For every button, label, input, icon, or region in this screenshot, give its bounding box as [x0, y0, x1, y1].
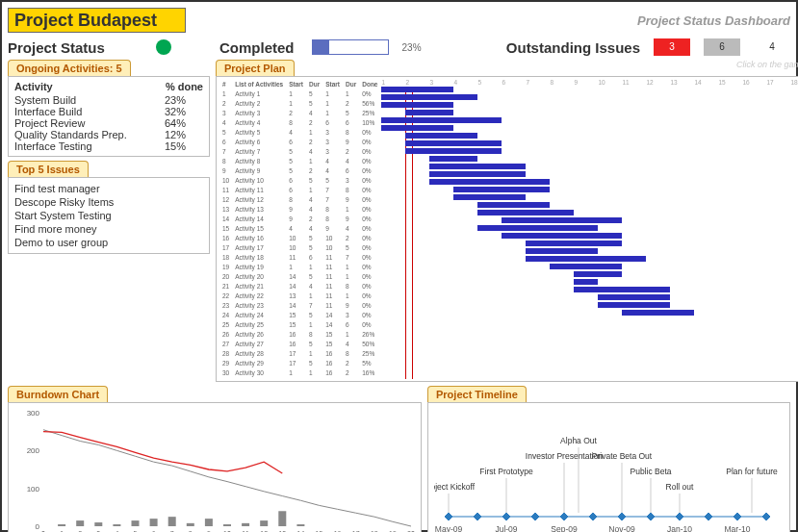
- svg-text:0: 0: [36, 522, 40, 531]
- svg-text:200: 200: [27, 446, 40, 455]
- svg-text:Project Kickoff: Project Kickoff: [434, 482, 476, 492]
- gantt-bar[interactable]: [381, 87, 453, 92]
- gantt-row: [381, 178, 798, 186]
- svg-rect-31: [168, 517, 176, 526]
- gantt-row: [381, 193, 798, 201]
- activity-row: Quality Standards Prep.12%: [14, 129, 203, 140]
- gantt-row: [381, 201, 798, 209]
- activity-name: Interface Testing: [14, 140, 165, 152]
- issues-gray[interactable]: 6: [704, 38, 740, 56]
- gantt-bar[interactable]: [453, 194, 526, 200]
- gantt-row: [381, 240, 798, 247]
- gantt-bar[interactable]: [477, 210, 574, 215]
- dashboard: Project Budapest Project Status Dashboar…: [0, 0, 798, 532]
- completed-label: Completed: [219, 39, 295, 56]
- issue-row: Find test manager: [14, 182, 203, 195]
- svg-rect-34: [223, 524, 231, 526]
- issues-white[interactable]: 4: [754, 38, 790, 56]
- left-column: Ongoing Activities: 5 Activity% done Sys…: [8, 60, 210, 382]
- gantt-bar[interactable]: [381, 117, 502, 123]
- completed-fill: [313, 40, 330, 54]
- activity-row: Interface Testing15%: [14, 140, 203, 152]
- gantt-bar[interactable]: [429, 164, 526, 169]
- ongoing-tab[interactable]: Ongoing Activities: 5: [8, 60, 131, 76]
- gantt-row: [381, 116, 798, 124]
- gantt-row: [381, 186, 798, 193]
- svg-text:Plan for future: Plan for future: [726, 467, 778, 476]
- gantt-bar[interactable]: [526, 248, 598, 254]
- timeline-chart[interactable]: May-09Jul-09Sep-09Nov-09Jan-10Mar-10Proj…: [434, 407, 781, 532]
- gantt-bar[interactable]: [429, 171, 526, 177]
- plan-tab[interactable]: Project Plan: [216, 60, 295, 76]
- svg-rect-37: [278, 511, 286, 526]
- gantt-bar[interactable]: [622, 310, 694, 316]
- gantt-row: [381, 209, 798, 216]
- burndown-chart[interactable]: 0100200300012345678910111213141516171819…: [14, 407, 417, 532]
- gantt-row: [381, 170, 798, 178]
- issues-red[interactable]: 3: [654, 38, 690, 56]
- svg-rect-27: [94, 522, 102, 526]
- plan-panel: Project Plan Click on the gantt chart to…: [216, 60, 798, 382]
- issue-row: Descope Risky Items: [14, 195, 203, 209]
- svg-rect-26: [76, 520, 84, 526]
- gantt-bar[interactable]: [574, 271, 622, 277]
- gantt-bar[interactable]: [598, 294, 670, 300]
- gantt-bar[interactable]: [405, 140, 502, 146]
- gantt-bar[interactable]: [526, 241, 622, 246]
- gantt-row: [381, 270, 798, 278]
- svg-rect-33: [205, 519, 213, 526]
- gantt-row: [381, 139, 798, 147]
- issue-row: Demo to user group: [14, 236, 203, 249]
- gantt-bar[interactable]: [502, 217, 622, 223]
- col-done: % done: [166, 81, 203, 92]
- gantt-bar[interactable]: [526, 256, 646, 262]
- gantt-row: [381, 224, 798, 232]
- timeline-panel: Project Timeline May-09Jul-09Sep-09Nov-0…: [427, 386, 790, 532]
- gantt-row: [381, 155, 798, 163]
- gantt-row: [381, 278, 798, 286]
- gantt-bar[interactable]: [477, 202, 550, 208]
- burndown-tab[interactable]: Burndown Chart: [8, 386, 108, 402]
- svg-rect-25: [58, 524, 65, 526]
- burndown-panel: Burndown Chart 0100200300012345678910111…: [8, 386, 422, 532]
- completed-pct-text: 23%: [402, 42, 422, 53]
- gantt-bar[interactable]: [381, 102, 453, 108]
- svg-text:300: 300: [27, 409, 40, 418]
- timeline-tab[interactable]: Project Timeline: [427, 386, 527, 402]
- gantt-row: [381, 301, 798, 309]
- activity-pct: 64%: [165, 117, 203, 129]
- svg-rect-28: [113, 524, 120, 526]
- gantt-bar[interactable]: [429, 156, 477, 162]
- gantt-bar[interactable]: [405, 133, 477, 139]
- gantt-bar[interactable]: [429, 179, 550, 185]
- gantt-bar[interactable]: [477, 225, 598, 231]
- gantt-bar[interactable]: [405, 148, 502, 154]
- dashboard-subtitle: Project Status Dashboard: [637, 13, 790, 28]
- gantt-bar[interactable]: [598, 302, 670, 308]
- svg-text:Jan-10: Jan-10: [667, 524, 692, 532]
- gantt-bar[interactable]: [405, 110, 453, 115]
- svg-text:First Prototype: First Prototype: [479, 467, 533, 476]
- issues-tab[interactable]: Top 5 Issues: [8, 161, 89, 177]
- gantt-row: [381, 247, 798, 255]
- svg-rect-29: [132, 520, 140, 526]
- gantt-bar[interactable]: [574, 279, 598, 285]
- gantt-row: [381, 255, 798, 263]
- gantt-bar[interactable]: [453, 187, 550, 192]
- gantt-row: [381, 163, 798, 170]
- svg-rect-38: [296, 524, 304, 526]
- svg-text:100: 100: [27, 485, 40, 494]
- gantt-bar[interactable]: [574, 287, 670, 292]
- gantt-bar[interactable]: [550, 264, 622, 269]
- svg-rect-36: [260, 520, 268, 526]
- gantt-bar[interactable]: [502, 233, 622, 239]
- gantt-chart[interactable]: #List of ActivitiesStartDurStartDurDone1…: [219, 79, 798, 379]
- activity-name: Quality Standards Prep.: [14, 129, 165, 140]
- gantt-bar[interactable]: [381, 94, 477, 100]
- activity-pct: 23%: [165, 94, 203, 106]
- gantt-hint: Click on the gantt chart to see it in de…: [736, 60, 798, 69]
- gantt-bar[interactable]: [381, 125, 453, 131]
- status-row: Project Status Completed 23% Outstanding…: [8, 38, 790, 56]
- completed-bar: [312, 39, 389, 55]
- svg-rect-30: [150, 519, 158, 526]
